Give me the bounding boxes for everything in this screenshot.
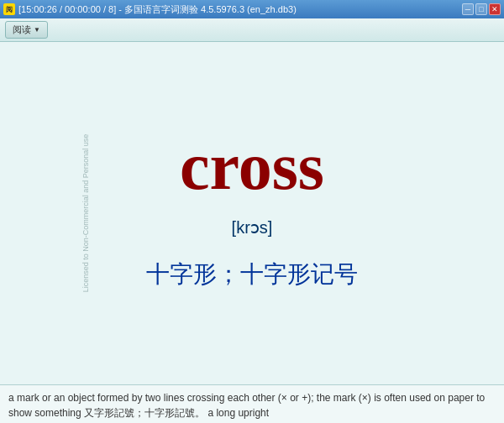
- title-bar: 阅 [15:00:26 / 00:00:00 / 8] - 多国语言字词测验 4…: [0, 0, 504, 18]
- toolbar: 阅读 ▼: [0, 18, 504, 42]
- watermark-text: Licensed to Non-Commercial and Personal …: [81, 134, 90, 293]
- word-display: cross: [180, 128, 324, 205]
- title-bar-left: 阅 [15:00:26 / 00:00:00 / 8] - 多国语言字词测验 4…: [3, 3, 297, 16]
- read-mode-button[interactable]: 阅读 ▼: [5, 21, 48, 39]
- definition-text: a mark or an object formed by two lines …: [8, 392, 485, 419]
- maximize-button[interactable]: □: [475, 3, 487, 15]
- read-mode-label: 阅读: [13, 24, 31, 36]
- read-mode-dropdown-arrow: ▼: [34, 26, 40, 34]
- title-bar-text: [15:00:26 / 00:00:00 / 8] - 多国语言字词测验 4.5…: [18, 3, 297, 16]
- main-content: Licensed to Non-Commercial and Personal …: [0, 42, 504, 384]
- definition-area: a mark or an object formed by two lines …: [0, 384, 504, 423]
- title-bar-controls: ─ □ ✕: [462, 3, 501, 15]
- translation-display: 十字形；十字形记号: [146, 258, 358, 290]
- phonetic-display: [krɔs]: [232, 217, 273, 238]
- app-icon: 阅: [3, 3, 15, 15]
- close-button[interactable]: ✕: [489, 3, 501, 15]
- minimize-button[interactable]: ─: [462, 3, 474, 15]
